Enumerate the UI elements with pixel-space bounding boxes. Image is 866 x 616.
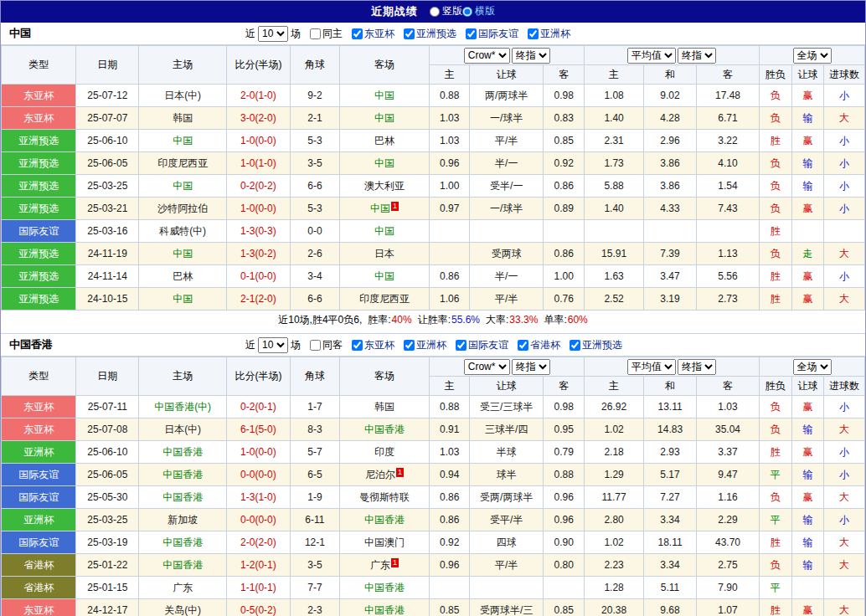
filter-option-1[interactable]: 亚洲预选: [404, 27, 456, 41]
col-header-1: 日期: [76, 357, 139, 396]
average-odds-group: 平均值终指: [585, 357, 760, 377]
layout-option-horizontal[interactable]: 横版: [462, 4, 495, 18]
bookmaker-select[interactable]: Crow*: [464, 48, 510, 64]
corner-cell: 6-11: [290, 509, 339, 531]
euro-odds-cell-1: 3.86: [644, 175, 697, 198]
average-select[interactable]: 平均值: [627, 359, 676, 375]
euro-odds-cell-0: 2.52: [585, 288, 644, 311]
same-venue-checkbox[interactable]: [310, 28, 321, 39]
filter-option-2[interactable]: 国际友谊: [456, 338, 508, 352]
average-time-select[interactable]: 终指: [678, 48, 716, 64]
asian-odds-cell-1: 半/一: [470, 265, 544, 288]
filter-option-3[interactable]: 亚洲杯: [528, 27, 570, 41]
match-row: 东亚杯24-12-17关岛(中)0-5(0-2)2-3中国香港0.85受两球半/…: [2, 599, 865, 616]
sub-header-1: 让球: [470, 377, 544, 396]
match-type-cell: 亚洲预选: [2, 288, 76, 311]
filter-checkbox[interactable]: [456, 340, 467, 351]
bookmaker-time-select[interactable]: 终指: [512, 359, 550, 375]
filter-option-0[interactable]: 东亚杯: [352, 338, 394, 352]
result-cell-1: 赢: [791, 85, 824, 107]
corner-cell: 5-3: [290, 130, 339, 152]
filter-checkbox[interactable]: [352, 28, 363, 39]
recent-count-select[interactable]: 10: [258, 337, 288, 353]
bookmaker-time-select[interactable]: 终指: [512, 48, 550, 64]
euro-odds-cell-0: 1.08: [585, 85, 644, 107]
filter-checkbox[interactable]: [404, 340, 415, 351]
score-cell: 1-0(0-0): [226, 198, 290, 220]
filter-checkbox[interactable]: [404, 28, 415, 39]
match-type-cell: 亚洲预选: [2, 152, 76, 175]
result-cell-1: 输: [791, 531, 824, 554]
topbar: 近期战绩 竖版横版: [1, 1, 865, 23]
same-venue-option[interactable]: 同主: [310, 27, 343, 41]
layout-option-vertical[interactable]: 竖版: [430, 4, 462, 18]
asian-odds-cell-0: 0.85: [430, 599, 470, 616]
match-date-cell: 25-07-07: [76, 107, 139, 130]
asian-odds-cell-1: 三球半/四: [470, 418, 544, 441]
euro-odds-cell-2: 7.43: [697, 198, 760, 220]
home-team-cell: 科威特(中): [139, 220, 227, 243]
euro-odds-cell-2: 4.10: [697, 152, 760, 175]
score-cell: 2-0(2-0): [226, 531, 290, 554]
corner-cell: 3-5: [290, 152, 339, 175]
score-cell: 1-0(0-0): [226, 130, 290, 152]
away-team-cell: 印度尼西亚: [339, 288, 430, 311]
euro-odds-cell-1: 7.39: [644, 243, 697, 265]
asian-odds-cell-1: 平/半: [470, 130, 544, 152]
result-cell-1: 输: [791, 418, 824, 441]
same-venue-option[interactable]: 同客: [310, 338, 343, 352]
score-cell: 1-0(0-0): [226, 441, 290, 464]
same-venue-checkbox[interactable]: [310, 340, 321, 351]
match-date-cell: 25-06-05: [76, 152, 139, 175]
home-team-cell: 中国香港(中): [139, 396, 227, 418]
home-team-cell-name: 日本(中): [164, 90, 201, 101]
home-team-cell-name: 中国: [173, 248, 193, 259]
scope-select[interactable]: 全场: [793, 48, 832, 64]
bookmaker-select[interactable]: Crow*: [464, 359, 510, 375]
filter-option-1[interactable]: 亚洲杯: [404, 338, 446, 352]
result-cell-0: 负: [760, 396, 792, 418]
filter-option-0[interactable]: 东亚杯: [352, 27, 394, 41]
filter-option-4[interactable]: 亚洲预选: [570, 338, 622, 352]
average-select[interactable]: 平均值: [627, 48, 676, 64]
layout-option-label: 横版: [475, 4, 495, 18]
result-cell-2: 小: [824, 441, 865, 464]
scope-select[interactable]: 全场: [793, 359, 832, 375]
scope-group: 全场: [760, 46, 865, 65]
summary-stat-value-0: 40%: [392, 314, 412, 326]
away-team-cell-name: 印度: [374, 446, 394, 458]
filter-checkbox[interactable]: [570, 340, 580, 351]
match-date-cell: 25-03-19: [76, 531, 139, 554]
euro-odds-cell-2: 5.56: [697, 265, 760, 288]
same-venue-label: 同客: [322, 338, 343, 352]
filter-label: 国际友谊: [468, 338, 508, 352]
filter-checkbox[interactable]: [466, 28, 477, 39]
layout-radio[interactable]: [462, 7, 472, 17]
layout-radio[interactable]: [430, 7, 440, 17]
score-cell: 1-3(1-0): [226, 486, 290, 509]
euro-odds-cell-1: 14.83: [644, 418, 697, 441]
recent-count-select[interactable]: 10: [258, 26, 288, 42]
euro-odds-cell-1: 3.86: [644, 152, 697, 175]
euro-odds-cell-0: 1.73: [585, 152, 644, 175]
home-team-cell: 沙特阿拉伯: [139, 198, 227, 220]
score-cell: 1-3(0-3): [226, 220, 290, 243]
red-sup-badge: 1: [396, 468, 404, 477]
asian-odds-cell-0: 1.03: [430, 441, 470, 464]
result-cell-0: 平: [760, 464, 792, 486]
corner-cell: 2-1: [290, 107, 339, 130]
filter-checkbox[interactable]: [352, 340, 363, 351]
euro-odds-cell-2: 1.13: [697, 243, 760, 265]
asian-odds-cell-0: 0.96: [430, 152, 470, 175]
filter-checkbox[interactable]: [528, 28, 539, 39]
result-cell-2: 大: [824, 418, 865, 441]
euro-odds-cell-2: 2.73: [697, 288, 760, 311]
filter-checkbox[interactable]: [518, 340, 528, 351]
sub-header-6: 胜负: [760, 377, 792, 396]
header-row-groups: 类型日期主场比分(半场)角球客场Crow*终指平均值终指全场: [2, 46, 865, 65]
average-time-select[interactable]: 终指: [678, 359, 716, 375]
filter-option-3[interactable]: 省港杯: [518, 338, 560, 352]
result-cell-1: 赢: [791, 130, 824, 152]
filter-option-2[interactable]: 国际友谊: [466, 27, 518, 41]
asian-odds-cell-0: 0.86: [430, 486, 470, 509]
